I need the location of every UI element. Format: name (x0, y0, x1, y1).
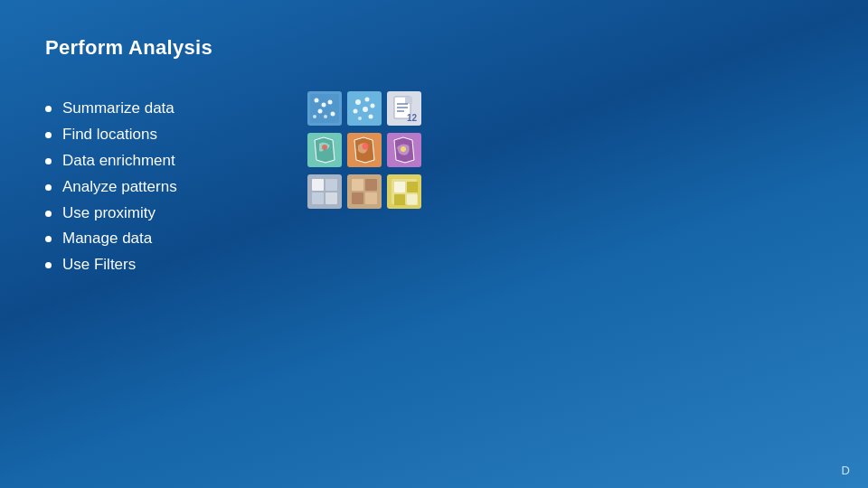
svg-rect-39 (365, 192, 377, 204)
svg-rect-32 (326, 179, 337, 191)
svg-point-27 (363, 144, 369, 150)
svg-point-3 (322, 103, 326, 108)
svg-rect-1 (310, 94, 339, 123)
bullet-dot (45, 211, 52, 217)
list-item: Analyze patterns (45, 174, 244, 201)
svg-point-4 (318, 109, 323, 114)
map-orange-icon (347, 133, 382, 167)
icon-row-3 (307, 174, 421, 209)
svg-rect-34 (326, 192, 337, 204)
list-item: Use Filters (45, 252, 244, 278)
yellow-square-icon (387, 174, 421, 209)
svg-rect-43 (407, 182, 418, 192)
svg-rect-42 (394, 182, 405, 192)
list-item: Use proximity (45, 201, 244, 227)
content-area: Summarize data Find locations Data enric… (45, 96, 823, 278)
item-label: Use Filters (62, 252, 136, 278)
svg-point-10 (355, 99, 361, 105)
scatter-blue-icon (307, 91, 342, 126)
bullet-dot (45, 158, 52, 164)
svg-rect-38 (352, 192, 363, 204)
svg-rect-19 (405, 97, 412, 104)
svg-point-6 (331, 112, 335, 117)
icon-row-2 (307, 133, 421, 167)
svg-point-14 (371, 104, 375, 108)
svg-rect-37 (365, 179, 377, 191)
item-label: Find locations (62, 122, 157, 148)
slide-title: Perform Analysis (45, 36, 823, 60)
icons-area: 12 (307, 91, 421, 209)
map-teal-icon (307, 133, 342, 167)
svg-point-5 (328, 100, 333, 105)
grid-gray-icon (307, 174, 342, 209)
bullet-list: Summarize data Find locations Data enric… (45, 96, 244, 278)
item-label: Data enrichment (62, 148, 175, 174)
bullet-dot (45, 132, 52, 138)
svg-rect-36 (352, 179, 363, 191)
page-indicator: D (842, 464, 850, 477)
item-label: Manage data (62, 226, 152, 252)
svg-point-11 (365, 98, 370, 102)
list-item: Find locations (45, 122, 244, 148)
svg-point-13 (363, 107, 368, 112)
slide-container: Perform Analysis Summarize data Find loc… (0, 0, 868, 488)
scatter-light-icon (347, 91, 382, 126)
bullet-dot (45, 184, 52, 191)
list-item: Manage data (45, 226, 244, 252)
item-label: Summarize data (62, 96, 175, 122)
bullet-dot (45, 106, 52, 112)
svg-point-8 (313, 115, 316, 118)
svg-rect-45 (407, 194, 418, 205)
svg-point-16 (358, 117, 362, 120)
bullet-dot (45, 236, 52, 242)
svg-point-15 (369, 115, 373, 119)
map-purple-icon (387, 133, 421, 167)
svg-point-2 (315, 99, 319, 103)
svg-point-29 (401, 146, 406, 152)
icon-row-1: 12 (307, 91, 421, 126)
svg-rect-33 (312, 192, 324, 204)
list-item: Summarize data (45, 96, 244, 122)
grid-tan-icon (347, 174, 382, 209)
svg-text:12: 12 (407, 113, 418, 123)
svg-point-12 (354, 109, 358, 114)
svg-point-7 (324, 115, 327, 118)
bullet-dot (45, 262, 52, 268)
list-item: Data enrichment (45, 148, 244, 174)
svg-point-25 (322, 145, 327, 150)
item-label: Analyze patterns (62, 174, 177, 201)
svg-rect-44 (394, 194, 405, 205)
item-label: Use proximity (62, 201, 156, 227)
svg-rect-31 (312, 179, 324, 191)
document-icon: 12 (387, 91, 421, 126)
